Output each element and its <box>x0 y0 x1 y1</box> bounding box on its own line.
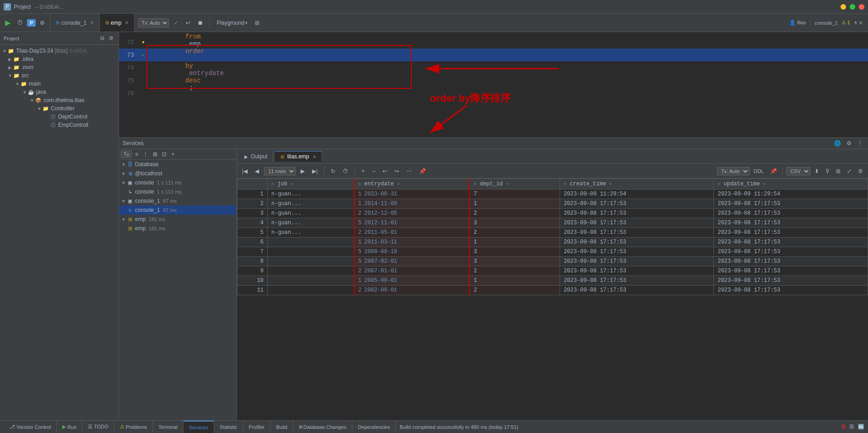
last-row-button[interactable]: ▶| <box>310 167 320 176</box>
tab-emp[interactable]: ⊞ emp ✕ <box>100 14 135 32</box>
svc-item-console1[interactable]: ▼ ▣ console_1 67 ms <box>119 196 237 206</box>
line-num-73: 73 <box>119 52 140 59</box>
svc-item-localhost[interactable]: ▼ 🖥 @localhost <box>119 169 237 178</box>
db-changes-label: Database Changes <box>303 424 346 430</box>
refresh-button[interactable]: ↻ <box>329 167 338 176</box>
results-data[interactable]: ⊞ job ⬍ ⊞ entrydate ⬍ ⊞ <box>237 179 868 420</box>
tx-auto-results[interactable]: Tx: Auto <box>717 167 749 175</box>
add-row-button[interactable]: + <box>359 167 367 176</box>
res-tab-emp[interactable]: ⊞ tlias.emp ✕ <box>275 151 322 162</box>
status-tab-profiler[interactable]: Profiler <box>243 421 271 433</box>
filter-button[interactable]: ⊽ <box>823 167 832 176</box>
tree-item-com[interactable]: ▼ 📦 com.itheima.tlias <box>0 96 119 104</box>
status-tab-run[interactable]: ▶ Run <box>57 421 82 433</box>
csv-select[interactable]: CSV <box>786 167 810 175</box>
res-tab-output[interactable]: ▶ Output <box>239 152 273 162</box>
svc-item-console[interactable]: ▼ ▣ console 1 s 111 ms <box>119 178 237 187</box>
first-row-button[interactable]: |◀ <box>240 167 250 176</box>
tree-item-idea[interactable]: ▶ 📁 .idea <box>0 55 119 63</box>
cell-job: n-guan... <box>268 209 354 218</box>
pin-button[interactable]: 📌 <box>417 167 428 176</box>
svc-toolbar-pin-button[interactable]: ⊡ <box>161 151 168 158</box>
status-tab-vc[interactable]: ⎇ Version Control <box>4 421 57 433</box>
tab-console1-close[interactable]: ✕ <box>90 20 94 25</box>
rollback-button[interactable]: ↩ <box>183 18 193 27</box>
remove-row-button[interactable]: − <box>370 167 377 176</box>
tree-item-mvn[interactable]: ▶ 📁 .mvn <box>0 63 119 71</box>
svc-item-emp-sub[interactable]: ⊞ emp 181 ms <box>119 224 237 233</box>
svc-item-console-sub[interactable]: ↳ console 1 s 111 ms <box>119 187 237 196</box>
settings-sidebar-button[interactable]: ⚙ <box>108 35 115 42</box>
zoom-button[interactable]: ⤢ <box>845 167 854 176</box>
tree-item-controller[interactable]: ▼ 📁 Controller <box>0 104 119 113</box>
history-button[interactable]: ⏱ <box>15 18 25 27</box>
commit-button[interactable]: ✓ <box>172 18 181 27</box>
redo-change-button[interactable]: ↪ <box>392 167 401 176</box>
cell-job: n-guan... <box>268 189 354 199</box>
maximize-button[interactable] <box>850 4 855 10</box>
grid-button[interactable]: ⊞ <box>253 18 262 27</box>
settings-button[interactable]: ⚙ <box>38 18 47 27</box>
svc-toolbar-grid-button[interactable]: ⊞ <box>151 151 159 158</box>
svc-label-console1-sub: console_1 <box>135 207 163 213</box>
server-icon: 🖥 <box>126 170 134 177</box>
emp-tab-close[interactable]: ✕ <box>313 154 316 159</box>
prev-row-button[interactable]: ◀ <box>253 167 261 176</box>
tree-item-main[interactable]: ▼ 📁 main <box>0 80 119 88</box>
tree-item-root[interactable]: ▼ 📁 Tlias-Day23-24 [tlias] D:\IDEA\ <box>0 47 119 55</box>
export-button[interactable]: ⬇ <box>812 167 821 176</box>
results-panel: ▶ Output ⊞ tlias.emp ✕ |◀ ◀ <box>237 149 868 420</box>
svc-toolbar-add-button[interactable]: + <box>170 151 176 158</box>
tx-auto-select[interactable]: Tx: Auto <box>138 18 169 27</box>
status-tab-todo[interactable]: ☰ TODO <box>82 421 114 433</box>
collapse-all-button[interactable]: ⊟ <box>99 35 106 42</box>
status-message: Build completed successfully in 480 ms (… <box>396 424 522 430</box>
terminal-label: Terminal <box>158 424 178 430</box>
svc-item-console1-sub[interactable]: ↳ console_1 67 ms <box>119 206 237 215</box>
services-more-button[interactable]: ⋮ <box>855 140 864 147</box>
th-dept-id[interactable]: ⊞ dept_id ⬍ <box>469 179 560 189</box>
window-controls[interactable] <box>841 4 864 10</box>
status-tab-services[interactable]: Services <box>183 421 214 433</box>
status-tab-statistic[interactable]: Statistic <box>214 421 243 433</box>
next-row-button[interactable]: ▶ <box>298 167 307 176</box>
th-entrydate[interactable]: ⊞ entrydate ⬍ <box>354 179 469 189</box>
th-job[interactable]: ⊞ job ⬍ <box>268 179 354 189</box>
status-tab-dependencies[interactable]: Dependencies <box>352 421 396 433</box>
svc-toolbar-list-button[interactable]: ≡ <box>134 151 140 158</box>
svc-toolbar-split-button[interactable]: ⋮ <box>141 151 150 158</box>
rows-select[interactable]: 11 rows <box>264 167 296 175</box>
tree-item-empcontrol[interactable]: Ⓒ EmpControll <box>0 121 119 129</box>
editor-tab-bar: ▶ ⏱ P ⚙ ⊞ console_1 ✕ ⊞ emp ✕ Tx: Auto ✓… <box>0 14 868 32</box>
stop-button[interactable]: ⏹ <box>195 18 205 27</box>
cell-job <box>268 266 354 276</box>
playground-button[interactable]: Playground ▾ <box>214 18 250 27</box>
more-button[interactable]: ⋯ <box>404 167 414 176</box>
status-tab-build[interactable]: Build <box>270 421 293 433</box>
pin-col-button[interactable]: 📌 <box>768 167 779 176</box>
column-view-button[interactable]: ⊞ <box>834 167 843 176</box>
results-settings-button[interactable]: ⚙ <box>856 167 865 176</box>
services-settings-button[interactable]: ⚙ <box>845 140 853 147</box>
undo-change-button[interactable]: ↩ <box>380 167 389 176</box>
tree-item-deptcontrol[interactable]: Ⓒ DeptControl <box>0 113 119 121</box>
run-button[interactable]: ▶ <box>3 17 13 28</box>
tab-emp-close[interactable]: ✕ <box>125 20 129 25</box>
svc-item-database[interactable]: ▼ 🗄 Database <box>119 160 237 169</box>
close-button[interactable] <box>859 4 864 10</box>
stop-results-button[interactable]: ⏱ <box>340 167 350 176</box>
th-create-time[interactable]: ⊞ create_time ⬍ <box>560 179 714 189</box>
status-tab-terminal[interactable]: Terminal <box>153 421 183 433</box>
tree-item-java[interactable]: ▼ ☕ java <box>0 88 119 96</box>
minimize-button[interactable] <box>841 4 846 10</box>
svc-item-emp[interactable]: ▼ ⊞ emp 181 ms <box>119 215 237 224</box>
p-button[interactable]: P <box>27 19 36 27</box>
code-editor[interactable]: 72 ● 73 ✓ select * from emp order <box>119 32 868 137</box>
services-global-button[interactable]: 🌐 <box>832 140 843 147</box>
status-tab-problems[interactable]: ⚠ Problems <box>114 421 153 433</box>
th-update-time[interactable]: ⊞ update_time ⬍ <box>714 179 868 189</box>
tree-item-src[interactable]: ▼ 📁 src <box>0 71 119 80</box>
svc-label-emp: emp <box>135 216 149 222</box>
tab-console1[interactable]: ⊞ console_1 ✕ <box>50 14 100 32</box>
status-tab-db-changes[interactable]: ⊞ Database Changes <box>293 421 352 433</box>
